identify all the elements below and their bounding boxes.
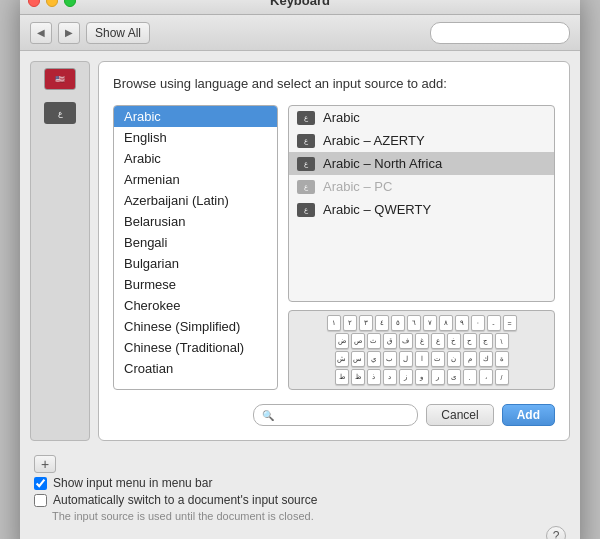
kb-key: و — [415, 369, 429, 385]
show-input-menu-row: Show input menu in menu bar — [34, 476, 566, 490]
add-source-button[interactable]: + — [34, 455, 56, 473]
kb-key: ، — [479, 369, 493, 385]
kb-key: ث — [367, 333, 381, 349]
sidebar-item-us[interactable]: 🇺🇸 — [31, 62, 89, 96]
source-icon-arabic-north-africa: ع — [297, 157, 315, 171]
source-item-arabic-qwerty[interactable]: ع Arabic – QWERTY — [289, 198, 554, 221]
kb-key: ٩ — [455, 315, 469, 331]
source-item-arabic-north-africa[interactable]: ع Arabic – North Africa — [289, 152, 554, 175]
language-list[interactable]: Arabic English Arabic Armenian Azerbaija… — [113, 105, 278, 390]
kb-key: ى — [447, 369, 461, 385]
kb-key: ٤ — [375, 315, 389, 331]
kb-key: ك — [479, 351, 493, 367]
toolbar-search-input[interactable] — [430, 22, 570, 44]
kb-key: - — [487, 315, 501, 331]
kb-row-4: / ، . ى ر و ز د ذ ظ ط — [335, 369, 509, 385]
add-button[interactable]: Add — [502, 404, 555, 426]
kb-key: ح — [463, 333, 477, 349]
kb-key: ض — [335, 333, 349, 349]
kb-key: . — [463, 369, 477, 385]
show-input-menu-label: Show input menu in menu bar — [53, 476, 212, 490]
traffic-lights — [28, 0, 76, 7]
lang-item-armenian[interactable]: Armenian — [114, 169, 277, 190]
lang-item-cherokee[interactable]: Cherokee — [114, 295, 277, 316]
lang-item-english[interactable]: English — [114, 127, 277, 148]
source-item-arabic-azerty[interactable]: ع Arabic – AZERTY — [289, 129, 554, 152]
language-search-bar[interactable]: 🔍 — [253, 404, 418, 426]
kb-key: ٣ — [359, 315, 373, 331]
kb-key: ١ — [327, 315, 341, 331]
kb-key: \ — [495, 333, 509, 349]
kb-key: د — [383, 369, 397, 385]
kb-key: ز — [399, 369, 413, 385]
kb-key: ٧ — [423, 315, 437, 331]
minimize-button[interactable] — [46, 0, 58, 7]
lang-item-bengali[interactable]: Bengali — [114, 232, 277, 253]
help-bar: ? — [34, 526, 566, 539]
lang-item-arabic[interactable]: Arabic — [114, 106, 277, 127]
close-button[interactable] — [28, 0, 40, 7]
lang-item-belarusian[interactable]: Belarusian — [114, 211, 277, 232]
toolbar: ◀ ▶ Show All — [20, 15, 580, 51]
window-body: 🇺🇸 ع Browse using language and select an… — [20, 51, 580, 451]
lang-item-arabic2[interactable]: Arabic — [114, 148, 277, 169]
language-search-input[interactable] — [278, 408, 409, 422]
lang-item-burmese[interactable]: Burmese — [114, 274, 277, 295]
titlebar: Keyboard — [20, 0, 580, 15]
kb-row-1: = - ٠ ٩ ٨ ٧ ٦ ٥ ٤ ٣ ٢ ١ — [327, 315, 517, 331]
kb-key: ت — [431, 351, 445, 367]
kb-key: ٢ — [343, 315, 357, 331]
forward-button[interactable]: ▶ — [58, 22, 80, 44]
help-button[interactable]: ? — [546, 526, 566, 539]
source-label-arabic-azerty: Arabic – AZERTY — [323, 133, 425, 148]
source-list[interactable]: ع Arabic ع Arabic – AZERTY ع Arabic – No… — [288, 105, 555, 302]
source-item-arabic-pc[interactable]: ع Arabic – PC — [289, 175, 554, 198]
auto-switch-label: Automatically switch to a document's inp… — [53, 493, 317, 507]
sidebar-item-arabic[interactable]: ع — [31, 96, 89, 130]
lang-item-chinese-traditional[interactable]: Chinese (Traditional) — [114, 337, 277, 358]
kb-key: ظ — [351, 369, 365, 385]
source-label-arabic-qwerty: Arabic – QWERTY — [323, 202, 431, 217]
dialog: Browse using language and select an inpu… — [98, 61, 570, 441]
auto-switch-checkbox[interactable] — [34, 494, 47, 507]
forward-icon: ▶ — [65, 27, 73, 38]
lang-item-bulgarian[interactable]: Bulgarian — [114, 253, 277, 274]
source-icon-arabic: ع — [297, 111, 315, 125]
show-all-button[interactable]: Show All — [86, 22, 150, 44]
kb-key: ٥ — [391, 315, 405, 331]
kb-key: ط — [335, 369, 349, 385]
source-label-arabic: Arabic — [323, 110, 360, 125]
lang-item-chinese-simplified[interactable]: Chinese (Simplified) — [114, 316, 277, 337]
kb-key: م — [463, 351, 477, 367]
kb-key: / — [495, 369, 509, 385]
lang-item-croatian[interactable]: Croatian — [114, 358, 277, 379]
kb-key: ا — [415, 351, 429, 367]
back-button[interactable]: ◀ — [30, 22, 52, 44]
maximize-button[interactable] — [64, 0, 76, 7]
window-footer: + Show input menu in menu bar Automatica… — [20, 451, 580, 539]
lang-item-azerbaijani[interactable]: Azerbaijani (Latin) — [114, 190, 277, 211]
show-input-menu-checkbox[interactable] — [34, 477, 47, 490]
kb-key: ل — [399, 351, 413, 367]
source-label-arabic-north-africa: Arabic – North Africa — [323, 156, 442, 171]
kb-key: ش — [335, 351, 349, 367]
kb-row-3: ة ك م ن ت ا ل ب ي س ش — [335, 351, 509, 367]
us-flag-icon: 🇺🇸 — [44, 68, 76, 90]
source-icon-arabic-pc: ع — [297, 180, 315, 194]
kb-key: ٦ — [407, 315, 421, 331]
keyboard-window: Keyboard ◀ ▶ Show All 🇺🇸 ع — [20, 0, 580, 539]
kb-key: س — [351, 351, 365, 367]
source-item-arabic[interactable]: ع Arabic — [289, 106, 554, 129]
kb-key: ع — [431, 333, 445, 349]
window-title: Keyboard — [270, 0, 330, 8]
source-icon-arabic-qwerty: ع — [297, 203, 315, 217]
kb-key: ف — [399, 333, 413, 349]
kb-key: ة — [495, 351, 509, 367]
language-pane: Arabic English Arabic Armenian Azerbaija… — [113, 105, 555, 390]
kb-key: = — [503, 315, 517, 331]
kb-key: ق — [383, 333, 397, 349]
kb-key: ص — [351, 333, 365, 349]
dialog-footer: 🔍 Cancel Add — [113, 400, 555, 426]
auto-switch-row: Automatically switch to a document's inp… — [34, 493, 566, 507]
cancel-button[interactable]: Cancel — [426, 404, 493, 426]
